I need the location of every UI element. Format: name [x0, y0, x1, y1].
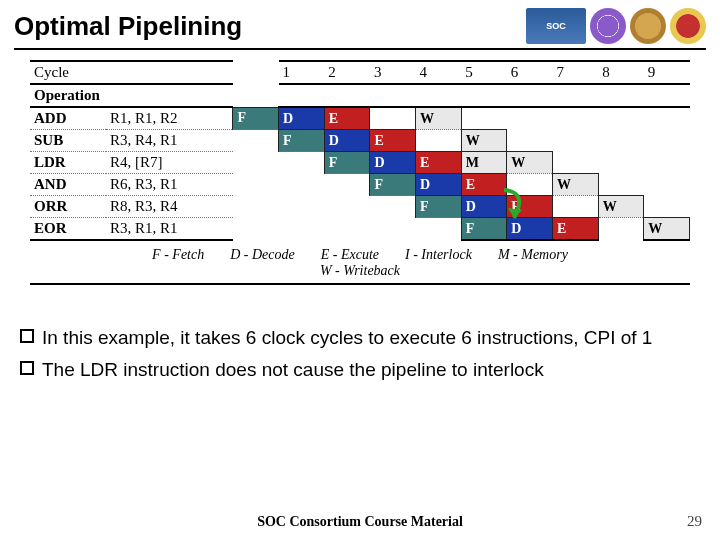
header-divider [14, 48, 706, 50]
page-number: 29 [687, 513, 702, 530]
op-args: R6, R3, R1 [106, 174, 233, 196]
stage-execute: E [507, 196, 553, 218]
stage-writeback: W [644, 218, 690, 241]
cycle-4: 4 [416, 61, 462, 84]
op-name: ADD [30, 107, 106, 130]
bullet-item: In this example, it takes 6 clock cycles… [20, 325, 700, 351]
org-logo-2 [630, 8, 666, 44]
logo-group: SOC [526, 8, 706, 44]
stage-execute: E [553, 218, 599, 241]
stage-execute: E [370, 130, 416, 152]
bullet-square-icon [20, 329, 34, 343]
bullet-square-icon [20, 361, 34, 375]
op-args: R3, R1, R1 [106, 218, 233, 241]
legend-writeback: W - Writeback [320, 263, 400, 279]
operation-label: Operation [30, 84, 233, 107]
table-row: ORR R8, R3, R4 F D E W [30, 196, 690, 218]
op-args: R3, R4, R1 [106, 130, 233, 152]
stage-writeback: W [553, 174, 599, 196]
org-logo-3 [670, 8, 706, 44]
legend-fetch: F - Fetch [152, 247, 204, 263]
cycle-8: 8 [598, 61, 644, 84]
legend: F - Fetch D - Decode E - Excute I - Inte… [30, 247, 690, 279]
stage-fetch: F [233, 107, 279, 130]
cycle-3: 3 [370, 61, 416, 84]
slide-title: Optimal Pipelining [14, 11, 242, 42]
op-args: R1, R1, R2 [106, 107, 233, 130]
stage-decode: D [324, 130, 370, 152]
stage-writeback: W [461, 130, 507, 152]
table-row: AND R6, R3, R1 F D E W [30, 174, 690, 196]
cycle-label: Cycle [30, 61, 233, 84]
bullet-item: The LDR instruction does not cause the p… [20, 357, 700, 383]
stage-writeback: W [598, 196, 644, 218]
op-args: R4, [R7] [106, 152, 233, 174]
legend-memory: M - Memory [498, 247, 568, 263]
table-row: EOR R3, R1, R1 F D E W [30, 218, 690, 241]
stage-fetch: F [370, 174, 416, 196]
stage-fetch: F [416, 196, 462, 218]
cycle-9: 9 [644, 61, 690, 84]
org-logo-1 [590, 8, 626, 44]
slide-header: Optimal Pipelining SOC [0, 0, 720, 48]
stage-decode: D [507, 218, 553, 241]
op-name: ORR [30, 196, 106, 218]
legend-execute: E - Excute [321, 247, 379, 263]
op-name: AND [30, 174, 106, 196]
bullet-text: In this example, it takes 6 clock cycles… [42, 325, 652, 351]
op-name: LDR [30, 152, 106, 174]
stage-fetch: F [279, 130, 325, 152]
cycle-1: 1 [279, 61, 325, 84]
legend-interlock: I - Interlock [405, 247, 472, 263]
stage-decode: D [370, 152, 416, 174]
slide-footer: SOC Consortium Course Material [0, 514, 720, 530]
cycle-6: 6 [507, 61, 553, 84]
stage-execute: E [461, 174, 507, 196]
op-name: SUB [30, 130, 106, 152]
cycle-2: 2 [324, 61, 370, 84]
stage-decode: D [461, 196, 507, 218]
stage-memory: M [461, 152, 507, 174]
stage-fetch: F [324, 152, 370, 174]
cycle-7: 7 [553, 61, 599, 84]
stage-decode: D [279, 107, 325, 130]
bullet-list: In this example, it takes 6 clock cycles… [20, 325, 700, 382]
cycle-5: 5 [461, 61, 507, 84]
table-row: ADD R1, R1, R2 F D E W [30, 107, 690, 130]
stage-writeback: W [507, 152, 553, 174]
op-args: R8, R3, R4 [106, 196, 233, 218]
legend-divider [30, 283, 690, 285]
stage-decode: D [416, 174, 462, 196]
stage-writeback: W [416, 107, 462, 130]
soc-logo: SOC [526, 8, 586, 44]
pipeline-table: Cycle 1 2 3 4 5 6 7 8 9 Operation ADD R1… [30, 60, 690, 241]
pipeline-table-wrap: Cycle 1 2 3 4 5 6 7 8 9 Operation ADD R1… [30, 60, 690, 241]
stage-execute: E [416, 152, 462, 174]
stage-execute: E [324, 107, 370, 130]
table-row: SUB R3, R4, R1 F D E W [30, 130, 690, 152]
table-row: LDR R4, [R7] F D E M W [30, 152, 690, 174]
legend-decode: D - Decode [230, 247, 295, 263]
bullet-text: The LDR instruction does not cause the p… [42, 357, 544, 383]
op-name: EOR [30, 218, 106, 241]
stage-fetch: F [461, 218, 507, 241]
